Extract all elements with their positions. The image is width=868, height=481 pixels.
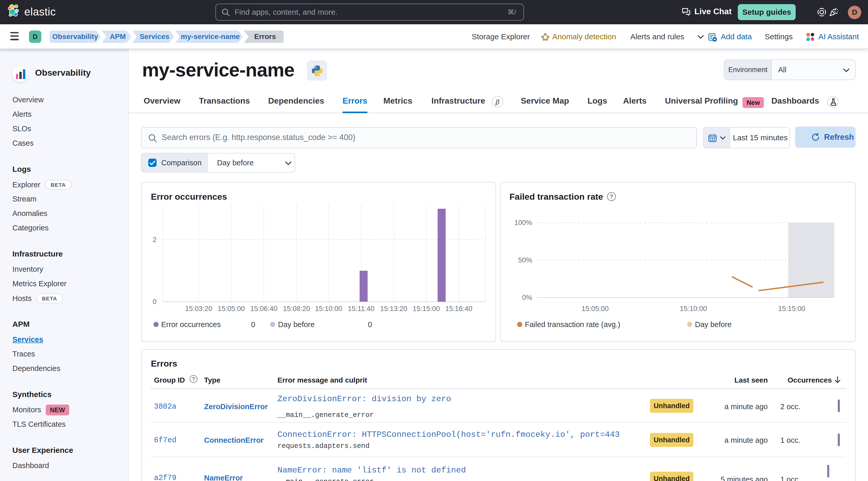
svg-text:0: 0 — [368, 320, 372, 329]
svg-text:15:13:20: 15:13:20 — [380, 305, 407, 313]
svg-text:15:11:40: 15:11:40 — [348, 305, 374, 313]
svg-text:Error occurrences: Error occurrences — [161, 320, 221, 329]
svg-text:15:08:20: 15:08:20 — [283, 305, 310, 313]
svg-text:2: 2 — [153, 236, 157, 244]
svg-text:50%: 50% — [518, 256, 532, 264]
svg-text:15:05:00: 15:05:00 — [218, 305, 245, 313]
svg-text:0: 0 — [251, 320, 255, 329]
svg-text:15:15:00: 15:15:00 — [778, 305, 805, 313]
svg-text:Failed transaction rate (avg.): Failed transaction rate (avg.) — [525, 320, 620, 329]
svg-text:15:10:00: 15:10:00 — [315, 305, 342, 313]
svg-text:15:03:20: 15:03:20 — [185, 305, 212, 313]
svg-text:Day before: Day before — [278, 320, 315, 329]
svg-text:0: 0 — [153, 298, 157, 306]
svg-text:15:06:40: 15:06:40 — [250, 305, 277, 313]
svg-text:15:10:00: 15:10:00 — [680, 305, 707, 313]
svg-text:15:05:00: 15:05:00 — [582, 305, 609, 313]
svg-text:100%: 100% — [514, 219, 532, 227]
svg-text:Day before: Day before — [695, 320, 732, 329]
svg-text:15:16:40: 15:16:40 — [445, 305, 472, 313]
svg-text:0%: 0% — [522, 294, 532, 301]
svg-text:15:15:00: 15:15:00 — [412, 305, 440, 313]
